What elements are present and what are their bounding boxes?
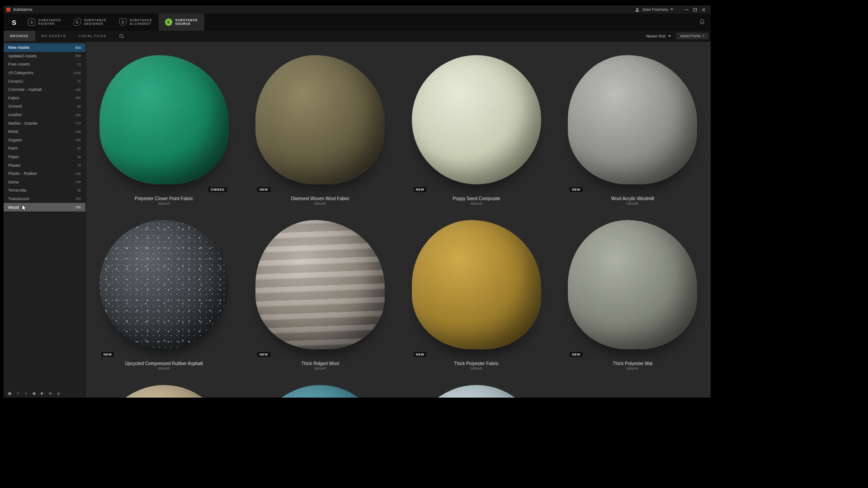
material-name: Upcycled Compressed Rubber Asphalt <box>125 361 203 366</box>
material-badge: NEW <box>257 187 270 192</box>
search-icon <box>119 33 124 39</box>
sidebar-item-new-assets[interactable]: New Assets603 <box>4 43 85 52</box>
sidebar-item-free-assets[interactable]: Free Assets13 <box>4 60 85 69</box>
maximize-button[interactable] <box>691 6 699 13</box>
material-thumbnail-wrap: NEW <box>255 55 385 184</box>
designer-icon: S <box>74 19 81 26</box>
material-badge: NEW <box>257 352 270 357</box>
sidebar-item-ground[interactable]: Ground80 <box>4 102 85 111</box>
material-card[interactable]: NEW Thick Polyester Fabric SBSAR <box>398 206 555 371</box>
material-thumbnail <box>568 220 697 349</box>
material-card[interactable]: NEW Diamond Woven Wool Fabric SBSAR <box>242 42 399 206</box>
material-card-partial[interactable] <box>86 371 242 398</box>
material-thumbnail-wrap: NEW <box>568 55 697 184</box>
instagram-icon[interactable]: ◉ <box>32 391 37 396</box>
app-nav: S S SUBSTANCE PAINTER S SUBSTANCE DESIGN… <box>4 14 711 31</box>
material-badge: NEW <box>414 352 427 357</box>
discord-icon[interactable]: ▣ <box>7 391 12 396</box>
tab-label: SUBSTANCE SOURCE <box>175 19 198 26</box>
chevron-down-icon <box>670 9 673 10</box>
sidebar-item-wood[interactable]: Wood192 <box>4 203 85 211</box>
tab-substance-alchemist[interactable]: S SUBSTANCE ALCHEMIST <box>113 14 159 31</box>
close-icon <box>702 8 706 12</box>
tab-label: SUBSTANCE DESIGNER <box>84 19 107 26</box>
window-controls <box>682 6 708 13</box>
tab-browse[interactable]: BROWSE <box>4 31 35 41</box>
material-format: SBSAR <box>158 367 170 370</box>
tab-substance-source[interactable]: S SUBSTANCE SOURCE <box>159 14 204 31</box>
material-badge: NEW <box>570 352 583 357</box>
material-card[interactable]: NEW Thick Ridged Wool SBSAR <box>242 206 399 371</box>
sidebar-item-fabric[interactable]: Fabric387 <box>4 94 85 103</box>
tab-local-files[interactable]: LOCAL FILES <box>72 31 113 41</box>
material-card[interactable]: NEW Poppy Seed Composite SBSAR <box>398 42 555 206</box>
linkedin-icon[interactable]: in <box>48 391 53 396</box>
material-format: SBSAR <box>470 367 482 370</box>
sidebar-item-translucent[interactable]: Translucent104 <box>4 195 85 203</box>
material-name: Thick Polyester Fabric <box>454 361 499 366</box>
sidebar-item-paper[interactable]: Paper30 <box>4 153 85 161</box>
sidebar-item-ceramic[interactable]: Ceramic41 <box>4 77 85 85</box>
sidebar-item-all-categories[interactable]: All Categories2449 <box>4 69 85 77</box>
material-thumbnail <box>255 55 385 184</box>
material-format: SBSAR <box>627 367 639 370</box>
sidebar-item-plastic-rubber[interactable]: Plastic - Rubber240 <box>4 169 85 178</box>
tab-my-assets[interactable]: MY ASSETS <box>35 31 72 41</box>
notifications-bell-icon[interactable] <box>699 19 705 25</box>
material-format: SBSAR <box>314 202 326 205</box>
sidebar-item-paint[interactable]: Paint81 <box>4 144 85 153</box>
tab-label: SUBSTANCE ALCHEMIST <box>130 19 152 26</box>
material-thumbnail <box>99 385 229 398</box>
sort-value: Newer first <box>646 34 665 38</box>
material-thumbnail <box>99 55 229 184</box>
sort-dropdown[interactable]: Newer first <box>641 31 676 41</box>
tab-substance-designer[interactable]: S SUBSTANCE DESIGNER <box>67 14 113 31</box>
category-sidebar: New Assets603 Updated Assets589 Free Ass… <box>4 42 86 398</box>
material-format: SBSAR <box>627 202 639 205</box>
material-thumbnail-wrap <box>412 385 541 398</box>
facebook-icon[interactable]: f <box>15 391 20 396</box>
sidebar-item-stone[interactable]: Stone139 <box>4 178 85 187</box>
sidebar-item-organic[interactable]: Organic150 <box>4 136 85 145</box>
tab-label: SUBSTANCE PAINTER <box>38 19 61 26</box>
material-name: Thick Ridged Wool <box>301 361 339 366</box>
substance-logo-glyph: S <box>12 19 16 26</box>
asset-points-badge[interactable]: Asset Points: 7 <box>676 33 708 39</box>
material-card[interactable]: NEW Upcycled Compressed Rubber Asphalt S… <box>86 206 242 371</box>
material-name: Thick Polyester Mat <box>613 361 652 366</box>
sidebar-item-updated-assets[interactable]: Updated Assets589 <box>4 52 85 61</box>
person-icon <box>635 7 640 12</box>
material-card[interactable]: NEW Thick Polyester Mat SBSAR <box>555 206 711 371</box>
material-thumbnail <box>99 220 229 349</box>
user-name: Jean Fournery <box>642 7 668 12</box>
material-name: Polyester Clover Point Fabric <box>135 196 193 201</box>
material-thumbnail-wrap: NEW <box>412 220 541 349</box>
substance-launcher-window: Substance Jean Fournery S S SUBSTANCE PA… <box>4 5 711 398</box>
material-thumbnail-wrap: OWNED <box>99 55 229 184</box>
material-card-partial[interactable] <box>242 371 399 398</box>
material-badge: NEW <box>101 352 114 357</box>
maximize-icon <box>693 8 697 11</box>
sidebar-item-terracotta[interactable]: Terracotta50 <box>4 186 85 195</box>
search-input[interactable] <box>127 34 640 38</box>
material-name: Diamond Woven Wool Fabric <box>291 196 349 201</box>
sidebar-item-concrete-asphalt[interactable]: Concrete - Asphalt159 <box>4 85 85 94</box>
sidebar-item-leather[interactable]: Leather282 <box>4 111 85 119</box>
youtube-icon[interactable]: ▶ <box>40 391 45 396</box>
material-thumbnail <box>412 220 541 349</box>
close-button[interactable] <box>699 6 708 13</box>
material-card[interactable]: NEW Wool Acrylic Windmill SBSAR <box>555 42 711 206</box>
material-thumbnail-wrap: NEW <box>255 220 385 349</box>
pinterest-icon[interactable]: p <box>56 391 61 396</box>
substance-home-logo[interactable]: S <box>6 14 22 31</box>
sidebar-item-plaster[interactable]: Plaster23 <box>4 161 85 169</box>
material-thumbnail-wrap: NEW <box>99 220 229 349</box>
minimize-button[interactable] <box>682 6 691 13</box>
tab-substance-painter[interactable]: S SUBSTANCE PAINTER <box>22 14 67 31</box>
twitter-icon[interactable]: t <box>24 391 28 396</box>
sidebar-item-marble-granite[interactable]: Marble - Granite214 <box>4 119 85 127</box>
material-card-partial[interactable] <box>398 371 555 398</box>
sidebar-item-metal[interactable]: Metal256 <box>4 127 85 136</box>
material-card[interactable]: OWNED Polyester Clover Point Fabric SBSA… <box>86 42 242 206</box>
user-account-menu[interactable]: Jean Fournery <box>635 7 673 12</box>
